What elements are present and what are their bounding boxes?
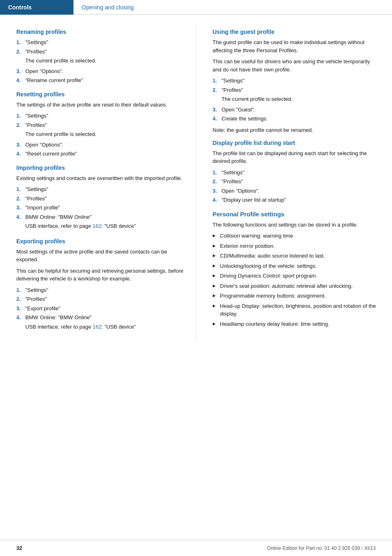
page-number: 32 (16, 545, 22, 551)
resetting-profiles-section: Resetting profiles The settings of the a… (16, 91, 184, 158)
display-profile-heading: Display profile list during start (213, 140, 380, 146)
bullet-arrow-icon: ▶ (213, 253, 220, 259)
exporting-profiles-steps: 1. "Settings" 2. "Profiles" 3. "Export p… (16, 286, 184, 332)
bullet-item: ▶Headlamp courtesy delay feature: time s… (213, 320, 380, 328)
step-item: 4. "Display user list at startup" (213, 196, 380, 204)
footer-info: Online Edition for Part no. 01 40 2 926 … (267, 545, 376, 551)
guest-profile-section: Using the guest profile The guest profil… (213, 29, 380, 133)
step-item: 2. "Profiles" (213, 178, 380, 186)
step-sub-item: The current profile is selected. (16, 130, 184, 140)
resetting-profiles-heading: Resetting profiles (16, 91, 184, 98)
controls-tab: Controls (8, 4, 32, 11)
step-sub-item: USB interface, refer to page 162: "USB d… (16, 323, 184, 332)
bullet-item: ▶Unlocking/locking of the vehicle: setti… (213, 262, 380, 270)
bullet-arrow-icon: ▶ (213, 283, 220, 289)
step-item: 4. BMW Online: "BMW Online" (16, 213, 184, 221)
exporting-profiles-intro1: Most settings of the active profile and … (16, 248, 184, 264)
guest-profile-intro1: The guest profile can be used to make in… (213, 38, 380, 54)
step-item: 1. "Settings" (16, 185, 184, 193)
exporting-profiles-intro2: This can be helpful for securing and ret… (16, 267, 184, 283)
main-content: Renaming profiles 1. "Settings" 2. "Prof… (0, 15, 392, 367)
left-column: Renaming profiles 1. "Settings" 2. "Prof… (0, 23, 196, 342)
renaming-profiles-section: Renaming profiles 1. "Settings" 2. "Prof… (16, 29, 184, 85)
header-controls-label: Controls (0, 0, 74, 15)
renaming-profiles-heading: Renaming profiles (16, 29, 184, 35)
display-profile-steps: 1. "Settings" 2. "Profiles" 3. Open "Opt… (213, 169, 380, 204)
guest-profile-steps: 1. "Settings" 2. "Profiles" The current … (213, 77, 380, 123)
step-item: 2. "Profiles" (16, 295, 184, 303)
step-item: 1. "Settings" (213, 169, 380, 177)
bullet-item: ▶Collision warning: warning time. (213, 232, 380, 240)
bullet-arrow-icon: ▶ (213, 303, 220, 309)
bullet-text: Collision warning: warning time. (220, 232, 295, 240)
page-footer: 32 Online Edition for Part no. 01 40 2 9… (0, 540, 392, 556)
bullet-item: ▶Driver's seat position: automatic retri… (213, 282, 380, 290)
step-item: 1. "Settings" (213, 77, 380, 85)
resetting-profiles-intro: The settings of the active profile are r… (16, 101, 184, 109)
personal-profile-section: Personal Profile settings The following … (213, 211, 380, 328)
guest-profile-intro2: This can be useful for drivers who are u… (213, 58, 380, 73)
step-item: 4. Create the settings. (213, 115, 380, 123)
importing-profiles-intro: Existing settings and contacts are overw… (16, 174, 184, 182)
bullet-text: CD/Multimedia: audio source listened to … (220, 252, 325, 260)
bullet-text: Headlamp courtesy delay feature: time se… (220, 320, 330, 328)
personal-profile-heading: Personal Profile settings (213, 211, 380, 218)
page-header: Controls Opening and closing (0, 0, 392, 15)
importing-profiles-steps: 1. "Settings" 2. "Profiles" 3. "Import p… (16, 185, 184, 231)
bullet-text: Driver's seat position: automatic retrie… (220, 282, 353, 290)
exporting-profiles-heading: Exporting profiles (16, 238, 184, 245)
step-sub-item: The current profile is selected. (16, 57, 184, 66)
breadcrumb-text: Opening and closing (82, 4, 134, 11)
step-item: 4. "Reset current profile" (16, 150, 184, 158)
bullet-item: ▶CD/Multimedia: audio source listened to… (213, 252, 380, 260)
step-item: 2. "Profiles" (213, 86, 380, 94)
bullet-arrow-icon: ▶ (213, 243, 220, 249)
bullet-item: ▶Driving Dynamics Control: sport program… (213, 272, 380, 280)
step-item: 2. "Profiles" (16, 48, 184, 56)
step-item: 3. "Import profile" (16, 204, 184, 212)
personal-profile-intro: The following functions and settings can… (213, 221, 380, 229)
step-item: 4. "Rename current profile" (16, 76, 184, 85)
step-item: 2. "Profiles" (16, 195, 184, 203)
bullet-text: Driving Dynamics Control: sport program. (220, 272, 317, 280)
display-profile-intro: The profile list can be displayed during… (213, 149, 380, 165)
bullet-text: Exterior mirror position. (220, 242, 275, 250)
resetting-profiles-steps: 1. "Settings" 2. "Profiles" The current … (16, 112, 184, 158)
bullet-arrow-icon: ▶ (213, 321, 220, 327)
step-item: 3. Open "Options". (16, 141, 184, 149)
personal-profile-bullets: ▶Collision warning: warning time.▶Exteri… (213, 232, 380, 328)
step-item: 2. "Profiles" (16, 121, 184, 129)
bullet-item: ▶Exterior mirror position. (213, 242, 380, 250)
step-sub-item: The current profile is selected. (213, 95, 380, 105)
bullet-arrow-icon: ▶ (213, 293, 220, 299)
importing-profiles-heading: Importing profiles (16, 165, 184, 171)
guest-profile-heading: Using the guest profile (213, 29, 380, 35)
bullet-text: Unlocking/locking of the vehicle: settin… (220, 262, 317, 270)
bullet-arrow-icon: ▶ (213, 263, 220, 269)
step-sub-item: USB interface, refer to page 162: "USB d… (16, 222, 184, 231)
step-item: 1. "Settings" (16, 38, 184, 47)
bullet-item: ▶Programmable memory buttons: assignment… (213, 292, 380, 300)
importing-profiles-section: Importing profiles Existing settings and… (16, 165, 184, 231)
guest-profile-note: Note: the guest profile cannot be rename… (213, 127, 380, 133)
exporting-profiles-section: Exporting profiles Most settings of the … (16, 238, 184, 332)
renaming-profiles-steps: 1. "Settings" 2. "Profiles" The current … (16, 38, 184, 85)
step-item: 3. Open "Options". (16, 67, 184, 76)
step-item: 1. "Settings" (16, 286, 184, 294)
step-item: 3. Open "Options". (213, 187, 380, 195)
step-item: 3. Open "Guest". (213, 106, 380, 114)
step-item: 3. "Export profile" (16, 305, 184, 313)
step-item: 4. BMW Online: "BMW Online" (16, 314, 184, 322)
bullet-text: Programmable memory buttons: assignment. (220, 292, 326, 300)
bullet-arrow-icon: ▶ (213, 273, 220, 279)
bullet-item: ▶Head-up Display: selection, brightness,… (213, 302, 380, 318)
step-item: 1. "Settings" (16, 112, 184, 120)
header-breadcrumb: Opening and closing (74, 0, 392, 15)
display-profile-section: Display profile list during start The pr… (213, 140, 380, 204)
right-column: Using the guest profile The guest profil… (196, 23, 392, 342)
bullet-arrow-icon: ▶ (213, 233, 220, 239)
bullet-text: Head-up Display: selection, brightness, … (220, 302, 380, 318)
